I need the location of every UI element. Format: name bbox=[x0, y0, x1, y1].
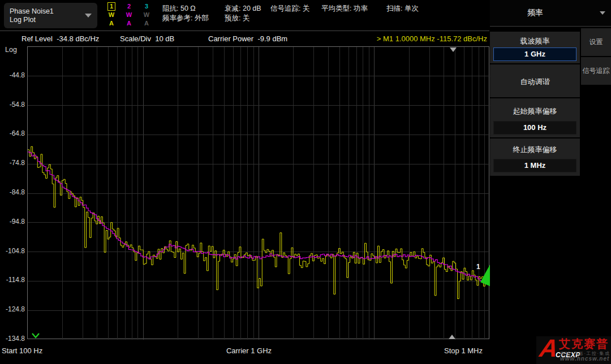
y-tick-label: -124.8 bbox=[0, 305, 25, 313]
trace-2-average: A bbox=[127, 19, 131, 28]
trace-2-detector: W bbox=[126, 11, 132, 19]
chevron-down-icon bbox=[85, 14, 92, 18]
start-offset-label: 起始频率偏移 bbox=[490, 106, 580, 116]
y-axis-ticks: -44.8-54.8-64.8-74.8-84.8-94.8-104.8-114… bbox=[0, 46, 25, 339]
logo-url: www.hncsw.net bbox=[560, 356, 609, 362]
measurement-mode: Log Plot bbox=[10, 16, 54, 24]
setting-impedance: 阻抗: 50 Ω频率参考: 外部 bbox=[162, 4, 209, 23]
plot-area: 1 bbox=[27, 46, 489, 339]
carrier-frequency-label: 载波频率 bbox=[490, 36, 580, 46]
tab-signal-tracking[interactable]: 信号追踪 bbox=[581, 57, 611, 85]
y-tick-label: -134.8 bbox=[0, 335, 25, 343]
trace-1-average: A bbox=[109, 19, 114, 28]
setting-average-type: 平均类型: 功率 bbox=[321, 4, 368, 14]
y-tick-label: -104.8 bbox=[0, 247, 25, 255]
x-axis-labels: Start 100 Hz Carrier 1 GHz Stop 1 MHz bbox=[0, 346, 489, 358]
trace-2-indicator[interactable]: 2 W A bbox=[124, 2, 134, 28]
start-offset-field[interactable]: 100 Hz bbox=[493, 121, 576, 135]
ref-level-value: -34.8 dBc/Hz bbox=[57, 34, 99, 43]
trace-legend: 1 W A 2 W A 3 W A bbox=[106, 2, 152, 28]
setting-sweep: 扫描: 单次 bbox=[386, 4, 419, 14]
y-tick-label: -54.8 bbox=[0, 101, 25, 109]
y-tick-label: -44.8 bbox=[0, 71, 25, 79]
carrier-power-value: -9.9 dBm bbox=[257, 34, 287, 43]
plot-header: Ref Level -34.8 dBc/Hz Scale/Div 10 dB C… bbox=[0, 34, 489, 45]
sweep-indicator-icon bbox=[32, 333, 40, 339]
trace-1-indicator[interactable]: 1 W A bbox=[106, 2, 117, 28]
marker-indicator-top-icon bbox=[450, 47, 457, 52]
ref-level-label: Ref Level -34.8 dBc/Hz bbox=[21, 34, 99, 43]
stop-offset-field[interactable]: 1 MHz bbox=[493, 159, 576, 172]
trace-3-detector: W bbox=[144, 11, 149, 19]
tab-settings[interactable]: 设置 bbox=[581, 28, 611, 56]
y-tick-label: -64.8 bbox=[0, 129, 25, 137]
plot-canvas: 1 bbox=[28, 47, 490, 340]
auto-tune-label: 自动调谐 bbox=[490, 77, 580, 87]
marker-readout: > M1 1.0000 MHz -115.72 dBc/Hz bbox=[377, 34, 487, 43]
stop-offset-label: 终止频率偏移 bbox=[490, 145, 580, 155]
trace-1-detector: W bbox=[109, 11, 114, 19]
auto-tune-button[interactable]: 自动调谐 bbox=[490, 64, 580, 97]
y-tick-label: -84.8 bbox=[0, 188, 25, 196]
accexp-logo: A 艾克赛普 CCEXP 测试·仪器·工控·集成 www.hncsw.net bbox=[536, 336, 611, 364]
chevron-down-icon bbox=[600, 11, 605, 15]
carrier-power-label: Carrier Power -9.9 dBm bbox=[208, 34, 287, 43]
x-start-label: Start 100 Hz bbox=[2, 346, 42, 355]
top-bar: Phase Noise1 Log Plot 1 W A 2 W A 3 W A bbox=[0, 0, 489, 31]
scale-div-value: 10 dB bbox=[155, 34, 174, 43]
marker-indicator-bottom-icon bbox=[449, 335, 455, 339]
side-panel-header[interactable]: 频率 bbox=[490, 0, 611, 27]
logo-brand-cn: 艾克赛普 bbox=[559, 336, 609, 352]
trace-1-number: 1 bbox=[107, 2, 115, 11]
y-tick-label: -114.8 bbox=[0, 276, 25, 284]
app-window: Phase Noise1 Log Plot 1 W A 2 W A 3 W A bbox=[0, 0, 611, 364]
side-panel-title: 频率 bbox=[490, 8, 580, 18]
y-tick-label: -94.8 bbox=[0, 218, 25, 226]
x-stop-label: Stop 1 MHz bbox=[444, 346, 483, 355]
trace-3-number: 3 bbox=[145, 2, 148, 11]
carrier-frequency-field[interactable]: 1 GHz bbox=[493, 47, 576, 61]
measurement-name: Phase Noise1 bbox=[10, 7, 54, 16]
trace-3-indicator[interactable]: 3 W A bbox=[141, 2, 152, 28]
x-carrier-label: Carrier 1 GHz bbox=[187, 346, 311, 355]
measurement-selector[interactable]: Phase Noise1 Log Plot bbox=[4, 3, 97, 28]
setting-attenuation: 衰减: 20 dB预放: 关 bbox=[225, 4, 261, 23]
setting-signal-track: 信号追踪: 关 bbox=[270, 4, 309, 14]
svg-text:1: 1 bbox=[476, 263, 480, 271]
trace-3-average: A bbox=[144, 19, 149, 28]
scale-div-label: Scale/Div 10 dB bbox=[120, 34, 174, 43]
trace-2-number: 2 bbox=[127, 2, 131, 11]
y-tick-label: -74.8 bbox=[0, 159, 25, 167]
